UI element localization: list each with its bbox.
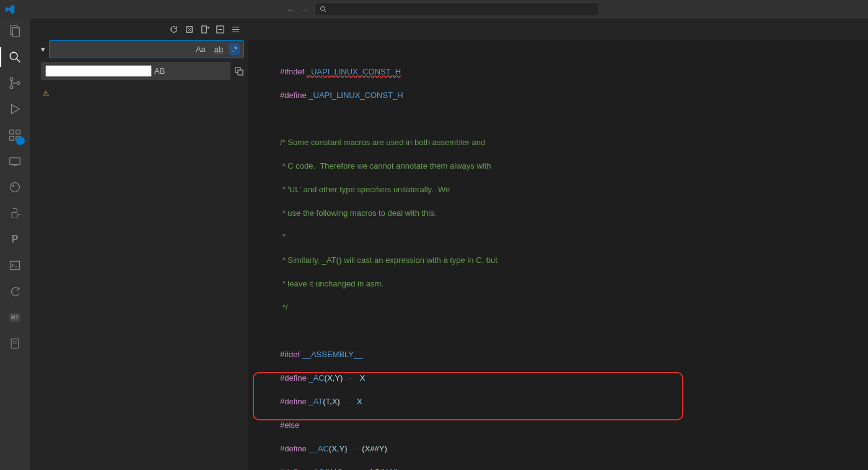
rt-ext-icon[interactable]: RT: [7, 310, 22, 325]
svg-point-7: [10, 86, 13, 89]
remote-icon[interactable]: [7, 154, 22, 169]
svg-line-1: [324, 11, 326, 12]
extensions-badge: [16, 136, 25, 145]
replace-input-field[interactable]: [45, 65, 152, 77]
search-input-field[interactable]: [53, 45, 193, 54]
case-sensitive-toggle[interactable]: Aa: [193, 43, 208, 55]
svg-rect-33: [238, 70, 243, 75]
replace-input[interactable]: AB: [41, 62, 230, 80]
replace-all-icon[interactable]: [234, 66, 244, 76]
svg-point-0: [320, 7, 325, 11]
preserve-case-toggle[interactable]: AB: [152, 65, 167, 77]
svg-rect-13: [10, 158, 20, 165]
svg-rect-17: [11, 261, 20, 269]
whole-word-toggle[interactable]: ab: [212, 43, 226, 55]
svg-point-8: [17, 82, 20, 85]
refresh-icon[interactable]: [169, 25, 178, 34]
svg-rect-3: [12, 28, 19, 37]
search-icon: [320, 6, 327, 13]
svg-rect-10: [10, 136, 14, 140]
search-icon[interactable]: [7, 50, 22, 64]
svg-line-5: [17, 59, 20, 63]
nav-fwd-icon[interactable]: →: [301, 5, 309, 14]
search-input[interactable]: Aa ab .*: [49, 40, 244, 58]
vscode-logo-icon: [5, 4, 15, 14]
svg-point-15: [11, 183, 20, 192]
warning-icon: ⚠: [42, 88, 50, 99]
extensions-icon[interactable]: [7, 128, 22, 143]
explorer-icon[interactable]: [7, 24, 22, 38]
highlight-box: [253, 372, 683, 420]
files-icon[interactable]: [7, 336, 22, 351]
svg-point-16: [12, 185, 14, 187]
svg-rect-9: [10, 130, 14, 134]
p-ext-icon[interactable]: P: [7, 232, 22, 247]
svg-point-6: [10, 78, 13, 81]
run-debug-icon[interactable]: [7, 102, 22, 117]
nav-back-icon[interactable]: ←: [287, 5, 295, 14]
svg-rect-12: [16, 130, 20, 134]
terminal-icon[interactable]: [7, 258, 22, 273]
view-list-icon[interactable]: [231, 25, 240, 34]
source-control-icon[interactable]: [7, 76, 22, 91]
clang-icon[interactable]: [7, 180, 22, 195]
new-file-icon[interactable]: [200, 25, 209, 34]
expand-chevron-icon[interactable]: ▾: [41, 45, 47, 54]
regex-toggle[interactable]: .*: [229, 43, 240, 55]
svg-rect-24: [202, 26, 207, 33]
collapse-icon[interactable]: [216, 25, 225, 34]
svg-point-4: [10, 52, 17, 60]
clear-icon[interactable]: [185, 25, 194, 34]
sync-icon[interactable]: [7, 284, 22, 299]
command-center[interactable]: [314, 2, 599, 16]
python-icon[interactable]: [7, 206, 22, 221]
